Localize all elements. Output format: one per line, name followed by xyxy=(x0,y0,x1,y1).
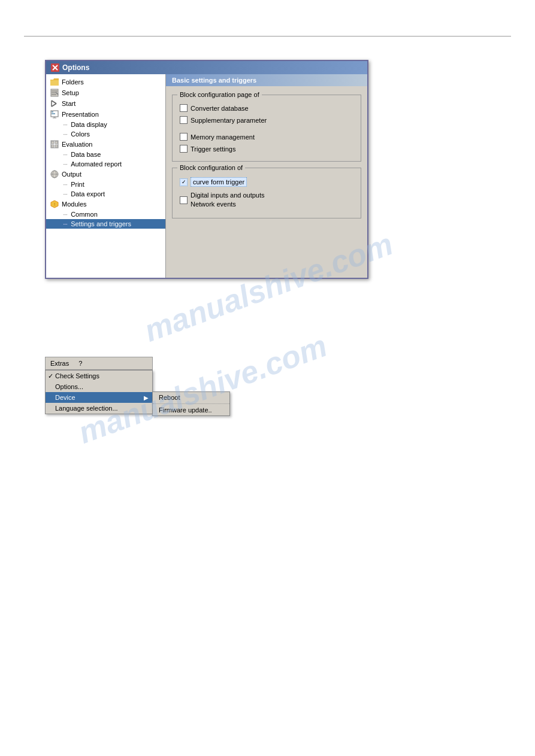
tree-item-data-display[interactable]: ···· Data display xyxy=(46,120,165,129)
options-body: Folders Setup Start Presentation xyxy=(46,74,367,278)
checkbox-memory[interactable] xyxy=(180,133,188,141)
menu-item-check-settings[interactable]: ✓ Check Settings xyxy=(46,371,152,381)
svg-rect-17 xyxy=(52,141,54,144)
svg-line-9 xyxy=(52,104,56,107)
tree-label-evaluation: Evaluation xyxy=(62,141,92,148)
tree-label-colors: Colors xyxy=(71,130,90,138)
tree-dots-2: ···· xyxy=(63,131,67,138)
tree-item-start[interactable]: Start xyxy=(46,98,165,109)
tree-label-data-display: Data display xyxy=(71,121,107,128)
checkbox-label-converter: Converter database xyxy=(191,105,249,112)
tree-item-output[interactable]: Output xyxy=(46,169,165,180)
dropdown-container: ✓ Check Settings Options... Device ▶ Lan… xyxy=(45,370,153,414)
menu-item-options[interactable]: Options... xyxy=(46,381,152,392)
menu-bar: Extras ? xyxy=(45,357,153,370)
options-titlebar-icon xyxy=(51,63,59,72)
checkbox-row-digital: Digital inputs and outputsNetwork events xyxy=(179,190,355,210)
tree-label-modules: Modules xyxy=(62,201,87,208)
svg-rect-19 xyxy=(52,145,54,147)
tree-dots-5: ···· xyxy=(63,181,67,188)
checkbox-curve-form[interactable] xyxy=(180,178,188,186)
evaluation-icon xyxy=(50,140,59,148)
tree-dots-7: ···· xyxy=(63,211,67,218)
menu-item-device[interactable]: Device ▶ xyxy=(46,392,152,403)
svg-text:!: ! xyxy=(54,202,55,207)
content-body: Block configuration page of Converter da… xyxy=(166,91,367,228)
group2-title: Block configuration of xyxy=(177,164,245,171)
tree-label-automated-report: Automated report xyxy=(71,160,122,168)
group1-title: Block configuration page of xyxy=(177,91,262,98)
setup-icon xyxy=(50,89,59,97)
arrow-icon: ▶ xyxy=(144,394,149,401)
options-titlebar: Options xyxy=(46,61,367,74)
folder-icon xyxy=(50,78,59,86)
submenu-label-firmware: Firmware update.. xyxy=(159,406,212,414)
options-title: Options xyxy=(62,63,89,72)
checkbox-row-memory: Memory management xyxy=(179,132,355,141)
tree-item-modules[interactable]: ! Modules xyxy=(46,199,165,210)
tree-item-setup[interactable]: Setup xyxy=(46,87,165,98)
tree-dots-8: ···· xyxy=(63,221,67,227)
menu-label-check-settings: Check Settings xyxy=(55,372,99,379)
options-tree: Folders Setup Start Presentation xyxy=(46,74,166,278)
tree-item-settings-triggers[interactable]: ···· Settings and triggers xyxy=(46,219,165,229)
svg-rect-3 xyxy=(50,80,59,86)
group-block-config-page: Block configuration page of Converter da… xyxy=(172,95,361,162)
output-icon xyxy=(50,170,59,178)
checkbox-row-curve-form: curve form trigger xyxy=(179,177,355,187)
menu-bar-extras[interactable]: Extras xyxy=(46,359,74,368)
checkbox-trigger[interactable] xyxy=(180,145,188,153)
tree-item-data-export[interactable]: ···· Data export xyxy=(46,189,165,199)
tree-item-evaluation[interactable]: Evaluation xyxy=(46,139,165,150)
menu-bar-help[interactable]: ? xyxy=(74,359,87,368)
tree-dots-3: ···· xyxy=(63,151,67,158)
extras-menu-container: Extras ? ✓ Check Settings Options... Dev… xyxy=(45,357,153,414)
tree-label-common: Common xyxy=(71,211,98,218)
svg-line-8 xyxy=(52,101,56,104)
dropdown-menu: ✓ Check Settings Options... Device ▶ Lan… xyxy=(45,370,153,414)
start-icon xyxy=(50,99,59,108)
menu-label-device: Device xyxy=(55,394,75,401)
submenu-item-reboot[interactable]: Reboot xyxy=(153,392,229,403)
tree-item-print[interactable]: ···· Print xyxy=(46,180,165,189)
content-header: Basic settings and triggers xyxy=(166,74,367,86)
group-block-config-of: Block configuration of curve form trigge… xyxy=(172,168,361,218)
options-dialog: Options Folders Setup Start xyxy=(45,60,368,279)
checkbox-digital[interactable] xyxy=(180,196,188,204)
tree-label-setup: Setup xyxy=(62,89,79,96)
top-divider xyxy=(24,36,511,37)
submenu-separator xyxy=(153,403,229,404)
tree-item-common[interactable]: ···· Common xyxy=(46,210,165,219)
checkbox-row-supplementary: Supplementary parameter xyxy=(179,116,355,125)
tree-dots-1: ···· xyxy=(63,122,67,128)
tree-dots-4: ···· xyxy=(63,161,67,168)
tree-item-folders[interactable]: Folders xyxy=(46,77,165,87)
modules-icon: ! xyxy=(50,200,59,208)
svg-rect-20 xyxy=(55,145,58,147)
tree-label-database: Data base xyxy=(71,151,101,158)
tree-item-database[interactable]: ···· Data base xyxy=(46,150,165,159)
tree-label-folders: Folders xyxy=(62,78,84,86)
checkbox-label-memory: Memory management xyxy=(191,133,255,141)
tree-label-data-export: Data export xyxy=(71,190,105,198)
tree-label-start: Start xyxy=(62,100,75,107)
checkbox-label-trigger: Trigger settings xyxy=(191,145,235,153)
tree-item-automated-report[interactable]: ···· Automated report xyxy=(46,159,165,169)
checkbox-row-converter: Converter database xyxy=(179,104,355,113)
checkbox-label-supplementary: Supplementary parameter xyxy=(191,117,267,124)
checkbox-supplementary[interactable] xyxy=(180,116,188,124)
checkbox-row-trigger: Trigger settings xyxy=(179,144,355,153)
svg-rect-18 xyxy=(55,141,58,144)
checkbox-converter[interactable] xyxy=(180,104,188,112)
tree-label-settings-triggers: Settings and triggers xyxy=(71,220,131,227)
presentation-icon xyxy=(50,110,59,119)
submenu-item-firmware[interactable]: Firmware update.. xyxy=(153,405,229,415)
tree-dots-6: ···· xyxy=(63,191,67,198)
tree-label-print: Print xyxy=(71,181,84,188)
menu-item-language[interactable]: Language selection... xyxy=(46,403,152,414)
checkbox-label-curve-form: curve form trigger xyxy=(191,177,247,187)
submenu: Reboot Firmware update.. xyxy=(152,391,230,416)
tree-label-output: Output xyxy=(62,171,81,178)
tree-item-presentation[interactable]: Presentation xyxy=(46,109,165,120)
tree-item-colors[interactable]: ···· Colors xyxy=(46,129,165,139)
